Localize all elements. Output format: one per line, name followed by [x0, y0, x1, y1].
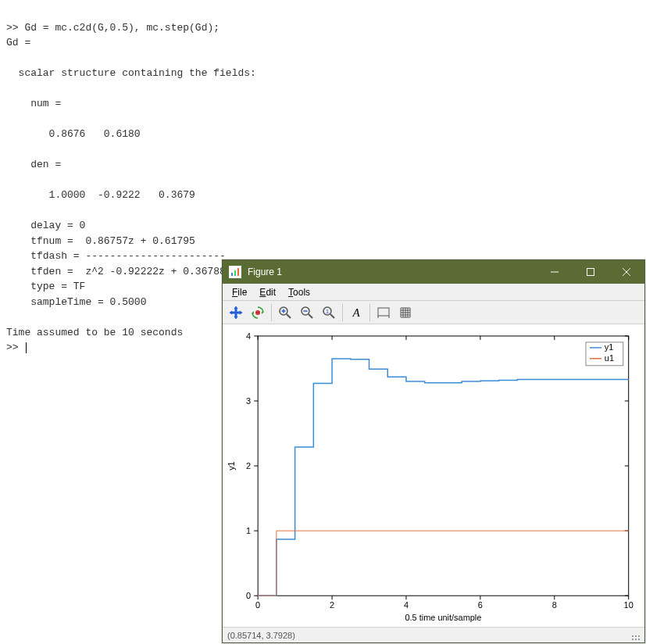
- zoom-in-icon[interactable]: [275, 303, 295, 322]
- titlebar[interactable]: Figure 1: [223, 260, 644, 284]
- code-line: type = TF: [6, 281, 85, 292]
- cursor: [26, 342, 27, 353]
- code-line: sampleTime = 0.5000: [6, 296, 146, 308]
- svg-text:0: 0: [255, 600, 260, 610]
- code-line: delay = 0: [6, 220, 85, 231]
- app-icon: [229, 266, 241, 278]
- zoom-reset-icon[interactable]: 1: [319, 303, 339, 322]
- svg-line-9: [287, 314, 291, 318]
- svg-line-13: [309, 314, 312, 318]
- figure-window: Figure 1 File Edit Tools 1 A: [222, 259, 645, 643]
- menu-file[interactable]: File: [226, 285, 253, 299]
- svg-text:u1: u1: [605, 353, 614, 363]
- code-line: scalar structure containing the fields:: [6, 67, 256, 79]
- svg-text:4: 4: [246, 331, 251, 341]
- statusbar: (0.85714, 3.7928): [223, 627, 644, 642]
- code-line: 0.8676 0.6180: [6, 128, 141, 140]
- svg-text:1: 1: [246, 526, 251, 535]
- svg-text:4: 4: [404, 600, 409, 610]
- svg-text:3: 3: [246, 396, 251, 406]
- svg-text:A: A: [352, 306, 360, 319]
- toolbar: 1 A: [223, 301, 644, 324]
- svg-rect-19: [378, 308, 389, 316]
- svg-line-16: [330, 314, 334, 318]
- code-line: num =: [6, 98, 61, 109]
- menu-tools[interactable]: Tools: [282, 285, 316, 299]
- svg-text:0.5 time unit/sample: 0.5 time unit/sample: [405, 613, 481, 622]
- axes-tool-icon[interactable]: [373, 303, 394, 322]
- code-line: >> Gd = mc.c2d(G,0.5), mc.step(Gd);: [6, 22, 219, 34]
- svg-rect-0: [231, 273, 233, 276]
- svg-text:2: 2: [246, 461, 251, 470]
- plot-area[interactable]: 0246810012340.5 time unit/sampley1y1u1: [223, 324, 644, 627]
- maximize-button[interactable]: [573, 260, 609, 284]
- svg-text:2: 2: [330, 600, 334, 610]
- svg-rect-32: [258, 336, 629, 596]
- prompt[interactable]: >>: [6, 342, 24, 353]
- pan-tool-icon[interactable]: [226, 303, 246, 322]
- cursor-coords: (0.85714, 3.7928): [227, 631, 295, 640]
- code-line: tfnum = 0.86757z + 0.61795: [6, 235, 195, 247]
- svg-text:10: 10: [624, 600, 634, 610]
- svg-text:8: 8: [552, 600, 557, 610]
- resize-grip-icon[interactable]: [630, 631, 640, 640]
- code-line: tfden = z^2 -0.92222z + 0.36788: [6, 266, 226, 277]
- code-line: 1.0000 -0.9222 0.3679: [6, 189, 195, 201]
- code-line: Time assumed to be 10 seconds: [6, 327, 183, 338]
- code-line: tfdash = -----------------------: [6, 250, 226, 262]
- menubar: File Edit Tools: [223, 284, 644, 301]
- svg-rect-1: [234, 270, 236, 276]
- svg-text:0: 0: [246, 591, 251, 600]
- svg-point-7: [255, 310, 260, 315]
- svg-text:y1: y1: [227, 461, 236, 470]
- svg-rect-4: [587, 269, 594, 276]
- window-title: Figure 1: [248, 267, 537, 277]
- zoom-out-icon[interactable]: [297, 303, 317, 322]
- chart: 0246810012340.5 time unit/sampley1y1u1: [223, 324, 644, 627]
- code-line: Gd =: [6, 37, 30, 48]
- svg-text:1: 1: [326, 308, 330, 315]
- rotate-tool-icon[interactable]: [248, 303, 268, 322]
- close-button[interactable]: [609, 260, 644, 284]
- svg-rect-2: [237, 268, 239, 276]
- svg-text:y1: y1: [605, 342, 614, 352]
- minimize-button[interactable]: [537, 260, 573, 284]
- code-line: den =: [6, 159, 61, 170]
- text-tool-icon[interactable]: A: [346, 303, 366, 322]
- menu-edit[interactable]: Edit: [253, 285, 282, 299]
- svg-text:6: 6: [478, 600, 483, 610]
- grid-tool-icon[interactable]: [395, 303, 416, 322]
